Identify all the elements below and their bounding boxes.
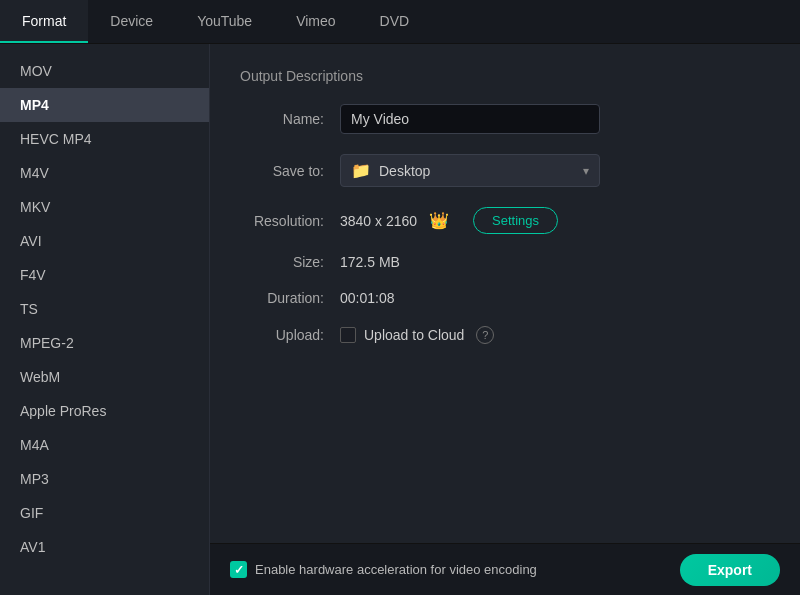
hw-accel-checkbox[interactable]: ✓: [230, 561, 247, 578]
format-sidebar: MOV MP4 HEVC MP4 M4V MKV AVI F4V TS MPEG…: [0, 44, 210, 595]
upload-to-cloud-label: Upload to Cloud: [364, 327, 464, 343]
save-to-row: Save to: 📁 Desktop ▾: [240, 154, 770, 187]
sidebar-item-mpeg2[interactable]: MPEG-2: [0, 326, 209, 360]
tab-vimeo[interactable]: Vimeo: [274, 0, 357, 43]
sidebar-item-f4v[interactable]: F4V: [0, 258, 209, 292]
sidebar-item-m4a[interactable]: M4A: [0, 428, 209, 462]
sidebar-item-ts[interactable]: TS: [0, 292, 209, 326]
sidebar-item-mkv[interactable]: MKV: [0, 190, 209, 224]
upload-label: Upload:: [240, 327, 340, 343]
settings-button[interactable]: Settings: [473, 207, 558, 234]
size-label: Size:: [240, 254, 340, 270]
output-descriptions: Name: Save to: 📁 Desktop ▾ Resolution: 3…: [240, 104, 770, 344]
duration-value: 00:01:08: [340, 290, 395, 306]
tab-youtube[interactable]: YouTube: [175, 0, 274, 43]
size-row: Size: 172.5 MB: [240, 254, 770, 270]
export-button[interactable]: Export: [680, 554, 780, 586]
sidebar-item-mp4[interactable]: MP4: [0, 88, 209, 122]
help-icon[interactable]: ?: [476, 326, 494, 344]
sidebar-item-mp3[interactable]: MP3: [0, 462, 209, 496]
name-label: Name:: [240, 111, 340, 127]
resolution-label: Resolution:: [240, 213, 340, 229]
main-layout: MOV MP4 HEVC MP4 M4V MKV AVI F4V TS MPEG…: [0, 44, 800, 595]
content-area: Output Descriptions Name: Save to: 📁 Des…: [210, 44, 800, 595]
duration-label: Duration:: [240, 290, 340, 306]
upload-checkbox-row: Upload to Cloud ?: [340, 326, 494, 344]
sidebar-item-av1[interactable]: AV1: [0, 530, 209, 564]
chevron-down-icon: ▾: [583, 164, 589, 178]
sidebar-item-mov[interactable]: MOV: [0, 54, 209, 88]
save-to-dropdown[interactable]: 📁 Desktop ▾: [340, 154, 600, 187]
sidebar-item-hevc-mp4[interactable]: HEVC MP4: [0, 122, 209, 156]
checkmark-icon: ✓: [234, 563, 244, 577]
resolution-row: Resolution: 3840 x 2160 👑 Settings: [240, 207, 770, 234]
tab-dvd-label: DVD: [380, 13, 410, 29]
sidebar-item-webm[interactable]: WebM: [0, 360, 209, 394]
name-input[interactable]: [340, 104, 600, 134]
upload-checkbox[interactable]: [340, 327, 356, 343]
tab-device-label: Device: [110, 13, 153, 29]
bottom-bar: ✓ Enable hardware acceleration for video…: [210, 543, 800, 595]
tab-format[interactable]: Format: [0, 0, 88, 43]
tab-bar: Format Device YouTube Vimeo DVD: [0, 0, 800, 44]
crown-icon: 👑: [429, 211, 449, 230]
save-location-text: Desktop: [379, 163, 430, 179]
size-value: 172.5 MB: [340, 254, 400, 270]
hw-accel-label: Enable hardware acceleration for video e…: [255, 562, 537, 577]
tab-vimeo-label: Vimeo: [296, 13, 335, 29]
hw-accel-row: ✓ Enable hardware acceleration for video…: [230, 561, 537, 578]
save-to-label: Save to:: [240, 163, 340, 179]
sidebar-item-avi[interactable]: AVI: [0, 224, 209, 258]
section-title: Output Descriptions: [240, 68, 770, 84]
tab-device[interactable]: Device: [88, 0, 175, 43]
sidebar-item-gif[interactable]: GIF: [0, 496, 209, 530]
folder-icon: 📁: [351, 161, 371, 180]
sidebar-item-m4v[interactable]: M4V: [0, 156, 209, 190]
tab-youtube-label: YouTube: [197, 13, 252, 29]
sidebar-item-apple-prores[interactable]: Apple ProRes: [0, 394, 209, 428]
duration-row: Duration: 00:01:08: [240, 290, 770, 306]
resolution-value-row: 3840 x 2160 👑 Settings: [340, 207, 558, 234]
tab-format-label: Format: [22, 13, 66, 29]
resolution-value: 3840 x 2160: [340, 213, 417, 229]
name-row: Name:: [240, 104, 770, 134]
tab-dvd[interactable]: DVD: [358, 0, 432, 43]
upload-row: Upload: Upload to Cloud ?: [240, 326, 770, 344]
